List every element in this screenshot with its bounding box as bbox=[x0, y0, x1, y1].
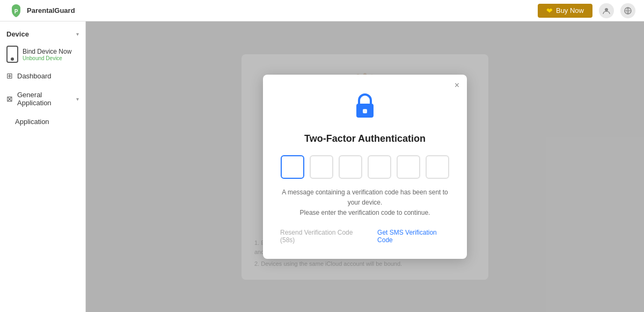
brand-name: ParentalGuard bbox=[27, 6, 75, 14]
application-label: Application bbox=[15, 118, 49, 126]
code-input-2[interactable] bbox=[310, 155, 333, 179]
header: P ParentalGuard ❤ Buy Now bbox=[0, 0, 644, 21]
sidebar-item-general-application[interactable]: ⊠ General Application ▾ bbox=[0, 85, 85, 112]
get-sms-verification-link[interactable]: Get SMS Verification Code bbox=[377, 229, 450, 244]
sidebar-device-item[interactable]: Bind Device Now Unbound Device bbox=[0, 42, 85, 66]
svg-point-1 bbox=[605, 8, 608, 11]
chevron-down-icon-2: ▾ bbox=[76, 96, 79, 102]
resend-verification-link: Resend Verification Code (58s) bbox=[280, 229, 364, 244]
globe-icon[interactable] bbox=[620, 3, 635, 18]
general-application-label: General Application bbox=[17, 91, 76, 107]
general-app-icon: ⊠ bbox=[6, 95, 13, 103]
code-input-1[interactable] bbox=[281, 155, 304, 179]
sidebar: Device ▾ Bind Device Now Unbound Device … bbox=[0, 21, 86, 312]
main-content: ice the binding. 1. Ensure you enter the… bbox=[86, 21, 644, 312]
sidebar-device-section[interactable]: Device ▾ bbox=[0, 26, 85, 42]
modal-close-button[interactable]: × bbox=[455, 81, 459, 90]
header-right: ❤ Buy Now bbox=[538, 3, 635, 18]
brand-logo-icon: P bbox=[9, 3, 24, 18]
buy-now-label: Buy Now bbox=[556, 6, 584, 14]
device-text: Bind Device Now Unbound Device bbox=[23, 48, 71, 61]
buy-now-button[interactable]: ❤ Buy Now bbox=[538, 4, 592, 18]
heart-icon: ❤ bbox=[546, 6, 553, 15]
code-input-6[interactable] bbox=[426, 155, 449, 179]
chevron-down-icon: ▾ bbox=[76, 31, 79, 37]
sidebar-item-application[interactable]: Application bbox=[0, 112, 85, 131]
device-name: Bind Device Now bbox=[23, 48, 71, 55]
device-section-label: Device bbox=[6, 30, 29, 38]
svg-rect-19 bbox=[363, 109, 367, 113]
device-status: Unbound Device bbox=[23, 55, 71, 61]
code-input-5[interactable] bbox=[397, 155, 420, 179]
modal-actions: Resend Verification Code (58s) Get SMS V… bbox=[280, 229, 450, 244]
code-input-3[interactable] bbox=[339, 155, 362, 179]
lock-icon bbox=[353, 92, 377, 125]
layout: Device ▾ Bind Device Now Unbound Device … bbox=[0, 21, 644, 312]
modal-overlay: × Two-Factor Authentication bbox=[86, 21, 644, 312]
svg-text:P: P bbox=[14, 9, 18, 14]
dashboard-icon: ⊞ bbox=[6, 71, 13, 80]
two-factor-modal: × Two-Factor Authentication bbox=[263, 75, 467, 259]
device-phone-icon bbox=[6, 46, 18, 63]
modal-message: A message containing a verification code… bbox=[280, 187, 450, 219]
modal-title: Two-Factor Authentication bbox=[304, 133, 426, 144]
code-input-4[interactable] bbox=[368, 155, 391, 179]
logo: P ParentalGuard bbox=[9, 3, 75, 18]
user-icon[interactable] bbox=[599, 3, 614, 18]
dashboard-label: Dashboard bbox=[17, 72, 52, 80]
sidebar-item-dashboard[interactable]: ⊞ Dashboard bbox=[0, 66, 85, 85]
code-input-group bbox=[281, 155, 449, 179]
